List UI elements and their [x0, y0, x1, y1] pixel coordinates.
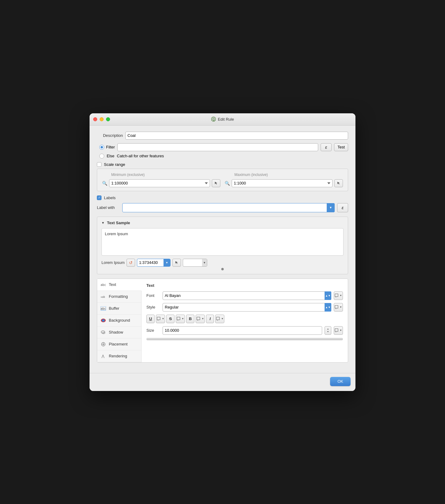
sidebar-item-text[interactable]: abc Text — [97, 279, 142, 291]
label-with-select-wrapper: ▼ — [122, 203, 335, 212]
strikethrough-button[interactable]: S — [166, 315, 175, 323]
sync-view-button[interactable] — [172, 259, 181, 267]
sync-cursor-icon — [175, 261, 179, 265]
size-input[interactable] — [163, 326, 322, 335]
bold-field-arrow: ▼ — [201, 317, 204, 320]
strikethrough-field-arrow: ▼ — [182, 317, 184, 320]
color-swatch-arrow: ▼ — [202, 259, 207, 266]
maximize-button[interactable] — [106, 117, 110, 121]
bold-field-button[interactable]: ▼ — [196, 315, 205, 323]
svg-text:abc: abc — [101, 307, 106, 310]
style-label: Style — [146, 305, 160, 309]
formatting-nav-label: Formatting — [109, 294, 128, 299]
label-with-select[interactable] — [122, 203, 335, 212]
filter-radio[interactable] — [99, 145, 104, 150]
font-select[interactable]: Al Bayan — [163, 291, 331, 300]
scale-range-label: Scale range — [104, 162, 125, 167]
scale-display: 1:3734430 ▼ — [137, 259, 171, 267]
svg-rect-23 — [197, 317, 200, 320]
italic-button[interactable]: I — [206, 315, 214, 323]
spinner-down-arrow: ▼ — [327, 331, 329, 333]
filter-label: Filter — [106, 145, 115, 149]
style-field-button[interactable]: ▼ — [334, 303, 343, 312]
style-select[interactable]: Regular — [163, 303, 331, 312]
svg-text:abc: abc — [101, 283, 106, 287]
filter-radio-item: Filter — [99, 145, 115, 150]
svg-rect-27 — [335, 329, 338, 331]
underline-button[interactable]: U — [146, 315, 155, 323]
filter-test-button[interactable]: Test — [334, 143, 348, 151]
sidebar-item-shadow[interactable]: Shadow — [97, 327, 141, 338]
underline-field-icon — [157, 317, 161, 321]
buffer-nav-icon: abc — [100, 305, 106, 312]
svg-text:+ab: +ab — [101, 296, 105, 298]
spinner-up-arrow: ▲ — [327, 328, 329, 330]
else-radio[interactable] — [99, 154, 104, 159]
max-scale-sync-button[interactable] — [334, 179, 343, 187]
sidebar-item-buffer[interactable]: abc Buffer — [97, 303, 141, 315]
filter-epsilon-button[interactable]: ε — [321, 143, 332, 151]
close-button[interactable] — [93, 117, 97, 121]
sidebar-nav: abc Text +ab Formatting — [97, 279, 142, 362]
strikethrough-field-button[interactable]: ▼ — [176, 315, 185, 323]
minimize-button[interactable] — [100, 117, 104, 121]
filter-radio-group: Filter — [99, 145, 115, 150]
traffic-lights — [93, 117, 110, 121]
svg-text:Q: Q — [212, 118, 215, 121]
color-swatch[interactable]: ▼ — [183, 259, 207, 267]
ok-button[interactable]: OK — [330, 377, 351, 386]
scale-labels: Minimum (exclusive) Maximum (inclusive) — [102, 173, 343, 177]
text-sample-header[interactable]: ▼ Text Sample — [101, 221, 344, 225]
labels-epsilon-button[interactable]: ε — [337, 203, 348, 212]
size-field-button[interactable]: ▼ — [334, 326, 343, 335]
font-field-button[interactable]: ▼ — [334, 291, 343, 300]
style-field-icon — [335, 305, 339, 309]
zoom-out-icon: 🔍 — [102, 181, 107, 186]
refresh-button[interactable]: ↺ — [127, 259, 135, 267]
text-sample-area: Lorem Ipsum — [101, 228, 344, 256]
sidebar-item-rendering[interactable]: Rendering — [97, 350, 141, 362]
min-scale-sync-button[interactable] — [212, 179, 220, 187]
size-spinner[interactable]: ▲ ▼ — [325, 326, 331, 335]
svg-rect-17 — [335, 305, 338, 308]
sidebar-item-background[interactable]: Background — [97, 315, 141, 327]
text-sample-panel: ▼ Text Sample Lorem Ipsum Lorem Ipsum ↺ … — [97, 217, 348, 274]
else-description: Catch-all for other features — [117, 154, 164, 158]
font-field-icon — [335, 294, 339, 298]
formatting-nav-icon: +ab — [100, 294, 106, 300]
placement-nav-icon — [100, 341, 106, 347]
filter-row: Filter ε Test — [97, 143, 348, 151]
max-scale-label: Maximum (inclusive) — [234, 173, 343, 177]
rendering-nav-icon — [100, 353, 106, 359]
cursor-icon-2 — [337, 181, 341, 185]
svg-rect-19 — [157, 317, 160, 320]
shadow-nav-icon — [100, 329, 106, 335]
sidebar-item-formatting[interactable]: +ab Formatting — [97, 291, 141, 303]
rendering-nav-label: Rendering — [109, 354, 127, 358]
label-with-label: Label with — [97, 205, 120, 210]
labels-checkbox[interactable] — [97, 195, 101, 200]
bold-field-icon — [197, 317, 201, 321]
labels-checkbox-row: Labels — [97, 195, 348, 200]
size-label: Size — [146, 328, 160, 333]
scale-inputs: 🔍 1:100000 🔍 1:1000 — [102, 179, 343, 187]
min-scale-select[interactable]: 1:100000 — [109, 179, 210, 187]
zoom-in-icon: 🔍 — [225, 181, 230, 186]
sidebar-item-placement[interactable]: Placement — [97, 338, 141, 350]
buffer-nav-label: Buffer — [109, 306, 119, 311]
underline-field-button[interactable]: ▼ — [156, 315, 165, 323]
font-label: Font — [146, 293, 160, 298]
bold-button[interactable]: B — [186, 315, 194, 323]
italic-field-button[interactable]: ▼ — [215, 315, 224, 323]
filter-input[interactable] — [117, 143, 318, 151]
scale-range-checkbox[interactable] — [97, 162, 101, 167]
description-label: Description — [97, 133, 123, 138]
background-nav-icon — [100, 317, 106, 323]
max-scale-select[interactable]: 1:1000 — [232, 179, 333, 187]
scale-range-section: Minimum (exclusive) Maximum (inclusive) … — [97, 169, 348, 191]
scale-range-checkbox-row: Scale range — [97, 162, 348, 167]
bottom-bar: OK — [90, 373, 355, 391]
underline-field-arrow: ▼ — [162, 317, 164, 320]
description-input[interactable] — [125, 132, 348, 140]
svg-point-14 — [103, 344, 104, 345]
